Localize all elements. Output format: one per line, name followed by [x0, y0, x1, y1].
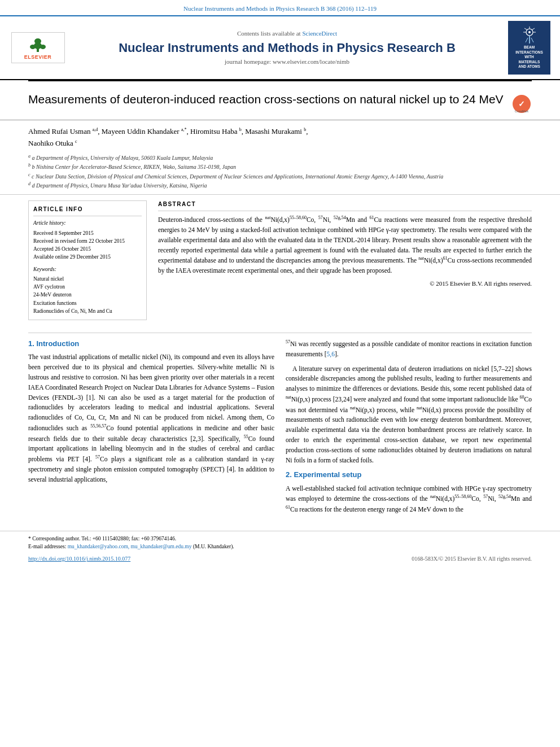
- svg-point-2: [30, 45, 36, 49]
- article-title-section: Measurements of deuteron-induced reactio…: [0, 81, 560, 120]
- affiliation-b: b b Nishina Center for Accelerator-Based…: [28, 162, 532, 171]
- main-content: 1. Introduction The vast industrial appl…: [0, 333, 560, 525]
- abstract-title: ABSTRACT: [158, 200, 532, 211]
- intro-para1: The vast industrial applications of meta…: [28, 352, 274, 484]
- affiliation-c: c c Nuclear Data Section, Division of Ph…: [28, 172, 532, 181]
- article-body: ARTICLE INFO Article history: Received 8…: [0, 195, 560, 333]
- keywords-label: Keywords:: [33, 266, 142, 273]
- doi-link[interactable]: http://dx.doi.org/10.1016/j.nimb.2015.10…: [28, 555, 130, 563]
- journal-homepage: journal homepage: www.elsevier.com/locat…: [75, 58, 500, 66]
- issn-text: 0168-583X/© 2015 Elsevier B.V. All right…: [412, 555, 532, 563]
- email-note: (M.U. Khandaker).: [193, 544, 234, 549]
- email-line: E-mail addresses: mu_khandaker@yahoo.com…: [28, 543, 532, 551]
- email-link[interactable]: mu_khandaker@yahoo.com, mu_khandaker@um.…: [68, 544, 193, 549]
- keyword-3: 24-MeV deuteron: [33, 291, 142, 299]
- experimental-para1: A well-established stacked foil activati…: [286, 484, 532, 515]
- affiliation-d: d d Department of Physics, Umaru Musa Ya…: [28, 181, 532, 190]
- article-history-label: Article history:: [33, 220, 142, 227]
- keyword-2: AVF cyclotron: [33, 283, 142, 291]
- abstract-column: ABSTRACT Deuteron-induced cross-sections…: [158, 200, 532, 327]
- affiliations: a a Department of Physics, University of…: [28, 153, 532, 190]
- main-col-left: 1. Introduction The vast industrial appl…: [28, 339, 274, 519]
- svg-point-11: [528, 31, 531, 33]
- authors-section: Ahmed Rufai Usman a,d, Mayeen Uddin Khan…: [0, 120, 560, 195]
- keywords-section: Keywords: Natural nickel AVF cyclotron 2…: [33, 266, 142, 316]
- journal-header: ELSEVIER Contents lists available at Sci…: [0, 15, 560, 80]
- article-info-column: ARTICLE INFO Article history: Received 8…: [28, 200, 147, 327]
- abstract-section: ABSTRACT Deuteron-induced cross-sections…: [158, 200, 532, 288]
- svg-line-14: [531, 38, 533, 42]
- svg-point-4: [34, 38, 41, 44]
- svg-line-13: [526, 38, 528, 42]
- copyright-line: © 2015 Elsevier B.V. All rights reserved…: [158, 279, 532, 288]
- sciencedirect-link[interactable]: ScienceDirect: [302, 30, 337, 37]
- keyword-1: Natural nickel: [33, 275, 142, 283]
- svg-text:CrossMark: CrossMark: [515, 110, 529, 113]
- svg-text:✓: ✓: [518, 99, 525, 108]
- elsevier-tree-icon: [27, 36, 49, 53]
- crossmark-icon: ✓ CrossMark: [511, 94, 532, 114]
- journal-title: Nuclear Instruments and Methods in Physi…: [75, 41, 500, 55]
- keyword-4: Excitation functions: [33, 299, 142, 307]
- article-info-title: ARTICLE INFO: [33, 206, 142, 216]
- journal-reference: Nuclear Instruments and Methods in Physi…: [0, 0, 560, 15]
- available-date: Available online 29 December 2015: [33, 253, 142, 261]
- journal-title-area: Contents lists available at ScienceDirec…: [75, 21, 500, 75]
- page-wrapper: Nuclear Instruments and Methods in Physi…: [0, 0, 560, 565]
- revised-date: Received in revised form 22 October 2015: [33, 237, 142, 245]
- received-date: Received 8 September 2015: [33, 229, 142, 237]
- authors-line: Ahmed Rufai Usman a,d, Mayeen Uddin Khan…: [28, 126, 532, 150]
- beam-interactions-icon: [521, 27, 538, 43]
- email-label: E-mail addresses:: [28, 544, 66, 549]
- article-info-box: ARTICLE INFO Article history: Received 8…: [28, 200, 147, 320]
- journal-cover-area: BEAMINTERACTIONSWITHMATERIALSAND ATOMS: [505, 21, 553, 75]
- crossmark-badge: ✓ CrossMark: [511, 94, 532, 114]
- journal-reference-text: Nuclear Instruments and Methods in Physi…: [183, 5, 377, 12]
- doi-text: http://dx.doi.org/10.1016/j.nimb.2015.10…: [28, 556, 130, 562]
- keyword-5: Radionuclides of Co, Ni, Mn and Cu: [33, 307, 142, 315]
- ref-5-6-link[interactable]: 5,6: [327, 351, 335, 357]
- svg-point-3: [40, 45, 46, 49]
- footer: http://dx.doi.org/10.1016/j.nimb.2015.10…: [0, 553, 560, 565]
- intro-heading: 1. Introduction: [28, 339, 274, 349]
- abstract-text: Deuteron-induced cross-sections of the n…: [158, 215, 532, 276]
- footnote-area: * Corresponding author. Tel.: +60 111540…: [0, 531, 560, 553]
- article-title: Measurements of deuteron-induced reactio…: [28, 91, 505, 107]
- elsevier-logo-area: ELSEVIER: [7, 21, 69, 75]
- affiliation-a: a a Department of Physics, University of…: [28, 153, 532, 162]
- accepted-date: Accepted 26 October 2015: [33, 245, 142, 253]
- svg-line-9: [524, 28, 527, 30]
- cover-text: BEAMINTERACTIONSWITHMATERIALSAND ATOMS: [515, 45, 543, 69]
- elsevier-text: ELSEVIER: [24, 54, 52, 61]
- main-col-right: 57Ni was recently suggested as a possibl…: [286, 339, 532, 519]
- svg-line-7: [532, 28, 535, 30]
- author-usman: Ahmed Rufai Usman a,d, Mayeen Uddin Khan…: [28, 127, 308, 136]
- sciencedirect-line: Contents lists available at ScienceDirec…: [75, 29, 500, 38]
- corresponding-author-note: * Corresponding author. Tel.: +60 111540…: [28, 535, 532, 543]
- journal-cover: BEAMINTERACTIONSWITHMATERIALSAND ATOMS: [508, 21, 550, 75]
- author-otuka: Naohiko Otuka c: [28, 139, 77, 147]
- right-para1: 57Ni was recently suggested as a possibl…: [286, 339, 532, 359]
- article-title-text: Measurements of deuteron-induced reactio…: [28, 91, 505, 107]
- experimental-heading: 2. Experimental setup: [286, 470, 532, 480]
- right-para2: A literature survey on experimental data…: [286, 364, 532, 466]
- elsevier-logo: ELSEVIER: [11, 32, 65, 63]
